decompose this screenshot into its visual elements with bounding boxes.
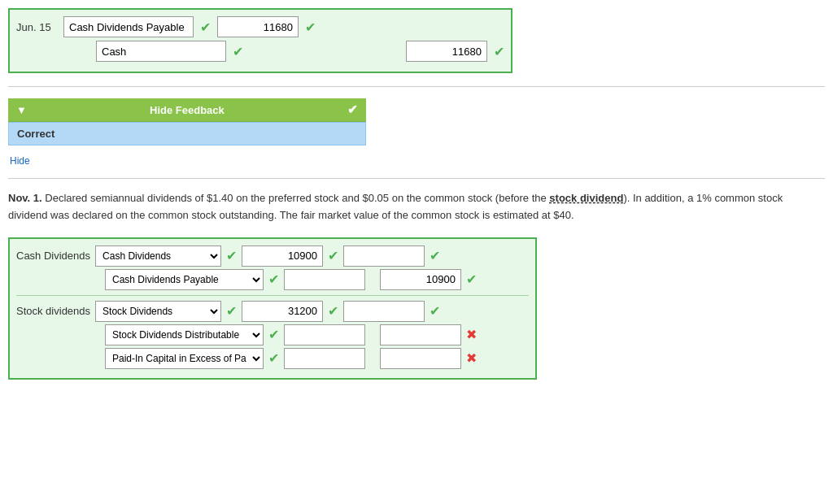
jun15-journal-box: Jun. 15 ✔ ✔ ✔ ✔ xyxy=(8,8,512,73)
feedback-header[interactable]: ▼ Hide Feedback ✔ xyxy=(8,98,366,122)
cash-div-payable-check-icon: ✔ xyxy=(268,272,279,287)
debit-amount-check-icon: ✔ xyxy=(305,20,316,35)
credit-account-input[interactable] xyxy=(96,41,226,62)
cash-dividends-payable-credit[interactable] xyxy=(380,269,461,290)
cash-dividends-account-select[interactable]: Cash Dividends xyxy=(95,245,221,267)
cash-div-account-check-icon: ✔ xyxy=(226,248,237,263)
paid-in-credit[interactable] xyxy=(380,348,461,369)
cash-div-debit-check-icon: ✔ xyxy=(328,248,338,263)
separator-2 xyxy=(8,178,825,179)
feedback-section: ▼ Hide Feedback ✔ Correct xyxy=(8,98,366,146)
separator-1 xyxy=(8,86,825,87)
cash-div-credit-top-check-icon: ✔ xyxy=(430,248,440,263)
feedback-correct-label: Correct xyxy=(8,122,366,146)
stock-dist-check-icon: ✔ xyxy=(268,327,279,342)
entry-date: Jun. 15 xyxy=(16,21,57,33)
problem-description: Nov. 1. Declared semiannual dividends of… xyxy=(8,190,805,224)
stock-dividends-debit-row: Stock dividends Stock Dividends ✔ ✔ ✔ xyxy=(16,301,529,322)
paid-in-debit[interactable] xyxy=(284,348,365,369)
cash-dividends-label: Cash Dividends xyxy=(16,250,90,262)
stock-dividends-distributable-row: Stock Dividends Distributable ✔ ✖ xyxy=(16,324,529,345)
paid-in-error-icon: ✖ xyxy=(466,350,477,366)
feedback-arrow-icon: ▼ xyxy=(16,104,27,116)
stock-dist-credit[interactable] xyxy=(380,324,461,345)
hide-link[interactable]: Hide xyxy=(10,155,825,167)
debit-row: Jun. 15 ✔ ✔ xyxy=(16,16,504,37)
stock-dividend-term: stock dividend xyxy=(549,192,623,204)
stock-dividends-distributable-select[interactable]: Stock Dividends Distributable xyxy=(105,324,264,345)
cash-dividends-debit-row: Cash Dividends Cash Dividends ✔ ✔ ✔ xyxy=(16,245,529,267)
cash-dividends-debit-amount[interactable] xyxy=(242,245,323,267)
stock-dividends-label: Stock dividends xyxy=(16,305,90,317)
description-text: Declared semiannual dividends of $1.40 o… xyxy=(45,192,549,204)
cash-dividends-payable-debit[interactable] xyxy=(284,269,365,290)
stock-dist-debit[interactable] xyxy=(284,324,365,345)
stock-div-debit-check-icon: ✔ xyxy=(328,303,338,319)
stock-dividends-credit-top[interactable] xyxy=(343,301,425,322)
row-divider xyxy=(16,295,529,296)
description-prefix: Nov. 1. xyxy=(8,192,42,204)
stock-div-account-check-icon: ✔ xyxy=(226,303,237,319)
cash-div-payable-credit-check-icon: ✔ xyxy=(466,272,477,287)
cash-dividends-credit-row: Cash Dividends Payable ✔ ✔ xyxy=(16,269,529,290)
paid-in-capital-select[interactable]: Paid-In Capital in Excess of Par xyxy=(105,348,264,369)
credit-amount-check-icon: ✔ xyxy=(494,44,504,59)
feedback-header-label: Hide Feedback xyxy=(150,104,225,116)
debit-amount-input[interactable] xyxy=(217,16,299,37)
feedback-check-icon: ✔ xyxy=(347,102,358,117)
paid-in-capital-row: Paid-In Capital in Excess of Par ✔ ✖ xyxy=(16,348,529,369)
debit-account-input[interactable] xyxy=(63,16,194,37)
debit-account-check-icon: ✔ xyxy=(200,20,211,35)
stock-dividends-account-select[interactable]: Stock Dividends xyxy=(95,301,221,322)
cash-dividends-credit-amount-top[interactable] xyxy=(343,245,425,267)
stock-div-credit-top-check-icon: ✔ xyxy=(430,303,440,319)
credit-row: ✔ ✔ xyxy=(16,41,504,62)
stock-dist-error-icon: ✖ xyxy=(466,327,477,342)
credit-amount-input[interactable] xyxy=(406,41,487,62)
credit-account-check-icon: ✔ xyxy=(233,44,243,59)
stock-dividends-debit-amount[interactable] xyxy=(242,301,323,322)
nov1-journal-box: Cash Dividends Cash Dividends ✔ ✔ ✔ Cash… xyxy=(8,237,537,380)
cash-dividends-payable-select[interactable]: Cash Dividends Payable xyxy=(105,269,264,290)
paid-in-check-icon: ✔ xyxy=(268,350,279,366)
